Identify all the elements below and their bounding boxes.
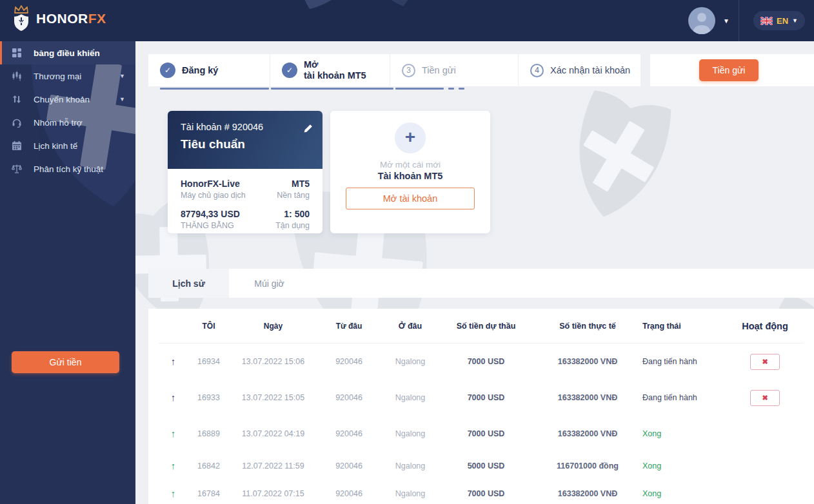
cell-actual-amount: 163382000 VNĐ <box>533 429 642 438</box>
cell-bid-amount: 7000 USD <box>439 429 533 438</box>
account-card: Tài khoản # 920046 Tiêu chuẩn HonorFX-Li… <box>168 111 323 233</box>
stepper-step-3[interactable]: 3 Tiền gửi <box>390 54 518 86</box>
cancel-button[interactable]: ✖ <box>750 390 780 406</box>
new-account-card: + Mở một cái mới Tài khoản MT5 Mở tài kh… <box>330 111 490 233</box>
topbar: HONORFX ▼ EN ▼ <box>0 0 814 41</box>
language-label: EN <box>777 16 788 26</box>
account-card-body: HonorFX-Live Máy chủ giao dịch MT5 Nền t… <box>168 169 323 230</box>
direction-up-icon: ↑ <box>171 428 176 439</box>
scales-icon <box>12 164 27 174</box>
main-content: ✓ Đăng ký ✓ Mở tài khoản MT5 3 Tiền gửi … <box>135 41 814 504</box>
language-selector[interactable]: EN ▼ <box>753 11 805 30</box>
cell-from: 920046 <box>317 489 381 498</box>
cell-id: 16842 <box>188 461 230 470</box>
cell-actual-amount: 116701000 đồng <box>533 461 642 470</box>
platform-value: MT5 <box>277 179 310 189</box>
stepper-progress-bar <box>160 88 464 90</box>
shield-watermark <box>346 0 444 28</box>
sidebar-item-trade[interactable]: Thương mại ▼ <box>0 64 135 88</box>
cell-date: 13.07.2022 15:05 <box>230 393 317 402</box>
cell-bid-amount: 7000 USD <box>439 393 533 402</box>
brand-name-accent: FX <box>88 11 106 26</box>
open-account-button[interactable]: Mở tài khoản <box>346 188 475 209</box>
direction-up-icon: ↑ <box>171 356 176 367</box>
dashboard-icon <box>12 48 27 58</box>
cell-date: 13.07.2022 15:06 <box>230 357 317 366</box>
table-row: ↑ 16933 13.07.2022 15:05 920046 Ngalong … <box>159 380 804 416</box>
cell-bid-amount: 5000 USD <box>439 461 533 470</box>
plus-icon[interactable]: + <box>395 122 426 153</box>
table-row: ↑ 16842 12.07.2022 11:59 920046 Ngalong … <box>159 452 804 480</box>
leverage-value: 1: 500 <box>275 209 310 219</box>
column-header-8: Hoạt động <box>726 321 804 331</box>
stepper-step-1[interactable]: ✓ Đăng ký <box>148 54 270 86</box>
sidebar-item-analysis[interactable]: Phân tích kỹ thuật <box>0 157 135 180</box>
balance-value: 87794,33 USD <box>181 209 240 219</box>
chevron-down-icon[interactable]: ▼ <box>723 17 730 24</box>
edit-icon[interactable] <box>303 124 313 133</box>
cell-date: 12.07.2022 11:59 <box>230 461 317 470</box>
direction-up-icon: ↑ <box>171 488 176 499</box>
table-header-row: TÔINgàyTừ đâuỞ đâuSố tiền dự thầuSố tiền… <box>159 309 804 344</box>
cell-bid-amount: 7000 USD <box>439 357 533 366</box>
column-header-3: Từ đâu <box>317 322 381 331</box>
step-number: 4 <box>530 64 544 77</box>
shield-watermark <box>259 0 390 41</box>
cell-actual-amount: 163382000 VNĐ <box>533 393 642 402</box>
server-value: HonorFX-Live <box>181 179 246 189</box>
cancel-button[interactable]: ✖ <box>750 354 780 370</box>
stepper-step-2[interactable]: ✓ Mở tài khoản MT5 <box>270 54 390 86</box>
column-header-2: Ngày <box>230 322 317 331</box>
cell-date: 11.07.2022 07:15 <box>230 489 317 498</box>
candlestick-chart-icon <box>12 71 27 81</box>
cell-status: Xong <box>642 429 726 438</box>
sidebar-item-support[interactable]: Nhóm hỗ trợ <box>0 111 135 134</box>
brand-logo[interactable]: HONORFX <box>10 5 106 32</box>
account-type: Tiêu chuẩn <box>181 137 312 151</box>
table-row: ↑ 16934 13.07.2022 15:06 920046 Ngalong … <box>159 344 804 380</box>
topbar-right: ▼ EN ▼ <box>688 0 814 41</box>
direction-up-icon: ↑ <box>171 460 176 471</box>
sidebar: bảng điều khiển Thương mại ▼ Chuyển khoả… <box>0 41 135 504</box>
history-panel: TÔINgàyTừ đâuỞ đâuSố tiền dự thầuSố tiền… <box>148 309 814 504</box>
cell-date: 13.07.2022 04:19 <box>230 429 317 438</box>
tab-history[interactable]: Lịch sử <box>148 269 229 298</box>
deposit-button-top[interactable]: Tiền gửi <box>699 59 759 81</box>
check-icon: ✓ <box>160 63 175 78</box>
table-row: ↑ 16784 11.07.2022 07:15 920046 Ngalong … <box>159 480 804 504</box>
deposit-button-sidebar[interactable]: Gửi tiền <box>12 351 119 373</box>
new-account-title: Tài khoản MT5 <box>330 171 490 181</box>
column-header-7: Trạng thái <box>642 322 726 331</box>
leverage-label: Tận dụng <box>275 221 310 230</box>
account-card-header: Tài khoản # 920046 Tiêu chuẩn <box>168 111 323 169</box>
tab-timezone[interactable]: Múi giờ <box>229 269 310 298</box>
sidebar-item-dashboard[interactable]: bảng điều khiển <box>0 41 135 64</box>
cell-actual-amount: 163382000 VNĐ <box>533 489 642 498</box>
column-header-1: TÔI <box>188 322 230 331</box>
balance-label: THĂNG BẰNG <box>181 221 240 230</box>
cell-actual-amount: 163382000 VNĐ <box>533 357 642 366</box>
calendar-icon <box>12 141 27 151</box>
cell-from: 920046 <box>317 393 381 402</box>
cell-id: 16934 <box>188 357 230 366</box>
cell-status: Đang tiến hành <box>642 393 726 402</box>
column-header-6: Số tiền thực tế <box>533 322 642 331</box>
column-header-5: Số tiền dự thầu <box>439 322 533 331</box>
step-number: 3 <box>402 64 415 77</box>
stepper-step-4[interactable]: 4 Xác nhận tài khoản <box>518 54 640 86</box>
brand-name-primary: HONOR <box>36 11 88 26</box>
shield-watermark <box>543 75 688 258</box>
table-body: ↑ 16934 13.07.2022 15:06 920046 Ngalong … <box>159 344 804 504</box>
sidebar-nav: bảng điều khiển Thương mại ▼ Chuyển khoả… <box>0 41 135 180</box>
cell-to: Ngalong <box>381 429 439 438</box>
cell-from: 920046 <box>317 429 381 438</box>
sidebar-item-transfer[interactable]: Chuyển khoản ▼ <box>0 88 135 111</box>
cell-id: 16889 <box>188 429 230 438</box>
deposit-band: Tiền gửi <box>650 54 814 86</box>
uk-flag-icon <box>760 17 773 25</box>
column-header-4: Ở đâu <box>381 322 439 331</box>
avatar[interactable] <box>688 7 715 34</box>
sidebar-item-calendar[interactable]: Lịch kinh tế <box>0 134 135 157</box>
cell-from: 920046 <box>317 461 381 470</box>
direction-up-icon: ↑ <box>171 392 176 403</box>
